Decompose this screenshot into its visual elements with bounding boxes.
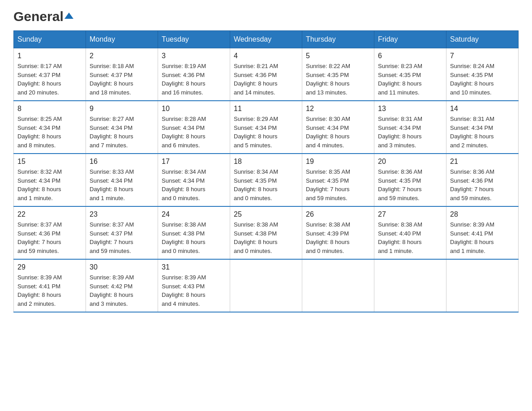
calendar-cell: 31 Sunrise: 8:39 AM Sunset: 4:43 PM Dayl…	[158, 259, 230, 312]
calendar-cell: 7 Sunrise: 8:24 AM Sunset: 4:35 PM Dayli…	[446, 48, 519, 101]
day-info: Sunrise: 8:17 AM Sunset: 4:37 PM Dayligh…	[17, 62, 82, 97]
day-info: Sunrise: 8:30 AM Sunset: 4:34 PM Dayligh…	[306, 115, 370, 150]
calendar-cell: 23 Sunrise: 8:37 AM Sunset: 4:37 PM Dayl…	[86, 206, 158, 259]
day-info: Sunrise: 8:25 AM Sunset: 4:34 PM Dayligh…	[17, 115, 82, 150]
day-info: Sunrise: 8:27 AM Sunset: 4:34 PM Dayligh…	[90, 115, 154, 150]
calendar-cell: 21 Sunrise: 8:36 AM Sunset: 4:36 PM Dayl…	[446, 154, 519, 206]
weekday-header-thursday: Thursday	[302, 31, 374, 48]
day-info: Sunrise: 8:35 AM Sunset: 4:35 PM Dayligh…	[306, 167, 370, 202]
weekday-header-monday: Monday	[86, 31, 158, 48]
day-number: 28	[450, 210, 515, 218]
calendar-cell	[446, 259, 519, 312]
weekday-header-wednesday: Wednesday	[230, 31, 302, 48]
weekday-header-row: SundayMondayTuesdayWednesdayThursdayFrid…	[14, 31, 519, 48]
day-number: 7	[450, 52, 515, 60]
calendar-cell: 18 Sunrise: 8:34 AM Sunset: 4:35 PM Dayl…	[230, 154, 302, 206]
day-number: 26	[306, 210, 370, 218]
calendar-cell: 4 Sunrise: 8:21 AM Sunset: 4:36 PM Dayli…	[230, 48, 302, 101]
day-number: 20	[378, 158, 442, 166]
day-info: Sunrise: 8:28 AM Sunset: 4:34 PM Dayligh…	[162, 115, 226, 150]
calendar-cell: 28 Sunrise: 8:39 AM Sunset: 4:41 PM Dayl…	[446, 206, 519, 259]
calendar-week-row: 29 Sunrise: 8:39 AM Sunset: 4:41 PM Dayl…	[14, 259, 519, 312]
calendar-cell: 9 Sunrise: 8:27 AM Sunset: 4:34 PM Dayli…	[86, 101, 158, 154]
day-info: Sunrise: 8:19 AM Sunset: 4:36 PM Dayligh…	[162, 62, 226, 97]
day-number: 25	[234, 210, 298, 218]
logo-general-text: General	[13, 9, 64, 24]
calendar-cell: 12 Sunrise: 8:30 AM Sunset: 4:34 PM Dayl…	[302, 101, 374, 154]
calendar-cell: 10 Sunrise: 8:28 AM Sunset: 4:34 PM Dayl…	[158, 101, 230, 154]
day-info: Sunrise: 8:37 AM Sunset: 4:37 PM Dayligh…	[90, 220, 154, 255]
calendar-cell: 6 Sunrise: 8:23 AM Sunset: 4:35 PM Dayli…	[374, 48, 446, 101]
day-number: 16	[90, 158, 154, 166]
calendar-cell: 14 Sunrise: 8:31 AM Sunset: 4:34 PM Dayl…	[446, 101, 519, 154]
calendar-cell: 17 Sunrise: 8:34 AM Sunset: 4:34 PM Dayl…	[158, 154, 230, 206]
day-number: 8	[17, 105, 82, 113]
calendar-cell: 11 Sunrise: 8:29 AM Sunset: 4:34 PM Dayl…	[230, 101, 302, 154]
day-info: Sunrise: 8:31 AM Sunset: 4:34 PM Dayligh…	[378, 115, 442, 150]
weekday-header-sunday: Sunday	[14, 31, 86, 48]
day-info: Sunrise: 8:36 AM Sunset: 4:35 PM Dayligh…	[378, 167, 442, 202]
day-number: 30	[90, 263, 154, 271]
day-info: Sunrise: 8:36 AM Sunset: 4:36 PM Dayligh…	[450, 167, 515, 202]
day-info: Sunrise: 8:37 AM Sunset: 4:36 PM Dayligh…	[17, 220, 82, 255]
day-info: Sunrise: 8:23 AM Sunset: 4:35 PM Dayligh…	[378, 62, 442, 97]
day-info: Sunrise: 8:24 AM Sunset: 4:35 PM Dayligh…	[450, 62, 515, 97]
day-number: 19	[306, 158, 370, 166]
calendar-table: SundayMondayTuesdayWednesdayThursdayFrid…	[13, 30, 519, 313]
calendar-cell: 29 Sunrise: 8:39 AM Sunset: 4:41 PM Dayl…	[14, 259, 86, 312]
day-number: 17	[162, 158, 226, 166]
day-number: 5	[306, 52, 370, 60]
day-info: Sunrise: 8:39 AM Sunset: 4:43 PM Dayligh…	[162, 273, 226, 308]
day-number: 22	[17, 210, 82, 218]
day-number: 12	[306, 105, 370, 113]
day-info: Sunrise: 8:38 AM Sunset: 4:38 PM Dayligh…	[162, 220, 226, 255]
weekday-header-friday: Friday	[374, 31, 446, 48]
day-number: 3	[162, 52, 226, 60]
calendar-week-row: 22 Sunrise: 8:37 AM Sunset: 4:36 PM Dayl…	[14, 206, 519, 259]
day-info: Sunrise: 8:34 AM Sunset: 4:34 PM Dayligh…	[162, 167, 226, 202]
day-info: Sunrise: 8:18 AM Sunset: 4:37 PM Dayligh…	[90, 62, 154, 97]
page-header: General	[13, 9, 519, 21]
calendar-cell: 20 Sunrise: 8:36 AM Sunset: 4:35 PM Dayl…	[374, 154, 446, 206]
calendar-cell: 27 Sunrise: 8:38 AM Sunset: 4:40 PM Dayl…	[374, 206, 446, 259]
day-info: Sunrise: 8:38 AM Sunset: 4:39 PM Dayligh…	[306, 220, 370, 255]
calendar-cell: 22 Sunrise: 8:37 AM Sunset: 4:36 PM Dayl…	[14, 206, 86, 259]
day-number: 29	[17, 263, 82, 271]
calendar-week-row: 8 Sunrise: 8:25 AM Sunset: 4:34 PM Dayli…	[14, 101, 519, 154]
calendar-cell: 24 Sunrise: 8:38 AM Sunset: 4:38 PM Dayl…	[158, 206, 230, 259]
calendar-cell: 8 Sunrise: 8:25 AM Sunset: 4:34 PM Dayli…	[14, 101, 86, 154]
day-number: 11	[234, 105, 298, 113]
day-number: 21	[450, 158, 515, 166]
day-info: Sunrise: 8:33 AM Sunset: 4:34 PM Dayligh…	[90, 167, 154, 202]
weekday-header-saturday: Saturday	[446, 31, 519, 48]
day-info: Sunrise: 8:32 AM Sunset: 4:34 PM Dayligh…	[17, 167, 82, 202]
day-info: Sunrise: 8:29 AM Sunset: 4:34 PM Dayligh…	[234, 115, 298, 150]
calendar-cell: 30 Sunrise: 8:39 AM Sunset: 4:42 PM Dayl…	[86, 259, 158, 312]
calendar-cell: 19 Sunrise: 8:35 AM Sunset: 4:35 PM Dayl…	[302, 154, 374, 206]
day-info: Sunrise: 8:38 AM Sunset: 4:38 PM Dayligh…	[234, 220, 298, 255]
calendar-cell: 3 Sunrise: 8:19 AM Sunset: 4:36 PM Dayli…	[158, 48, 230, 101]
logo: General	[13, 9, 73, 21]
day-number: 10	[162, 105, 226, 113]
day-number: 4	[234, 52, 298, 60]
day-number: 1	[17, 52, 82, 60]
day-number: 23	[90, 210, 154, 218]
calendar-cell: 15 Sunrise: 8:32 AM Sunset: 4:34 PM Dayl…	[14, 154, 86, 206]
day-number: 31	[162, 263, 226, 271]
weekday-header-tuesday: Tuesday	[158, 31, 230, 48]
day-info: Sunrise: 8:39 AM Sunset: 4:41 PM Dayligh…	[17, 273, 82, 308]
calendar-cell	[230, 259, 302, 312]
calendar-cell	[302, 259, 374, 312]
calendar-cell: 26 Sunrise: 8:38 AM Sunset: 4:39 PM Dayl…	[302, 206, 374, 259]
day-number: 14	[450, 105, 515, 113]
day-number: 13	[378, 105, 442, 113]
day-info: Sunrise: 8:38 AM Sunset: 4:40 PM Dayligh…	[378, 220, 442, 255]
calendar-cell	[374, 259, 446, 312]
day-number: 27	[378, 210, 442, 218]
calendar-cell: 1 Sunrise: 8:17 AM Sunset: 4:37 PM Dayli…	[14, 48, 86, 101]
day-number: 24	[162, 210, 226, 218]
day-info: Sunrise: 8:39 AM Sunset: 4:41 PM Dayligh…	[450, 220, 515, 255]
calendar-cell: 16 Sunrise: 8:33 AM Sunset: 4:34 PM Dayl…	[86, 154, 158, 206]
calendar-cell: 13 Sunrise: 8:31 AM Sunset: 4:34 PM Dayl…	[374, 101, 446, 154]
day-info: Sunrise: 8:22 AM Sunset: 4:35 PM Dayligh…	[306, 62, 370, 97]
